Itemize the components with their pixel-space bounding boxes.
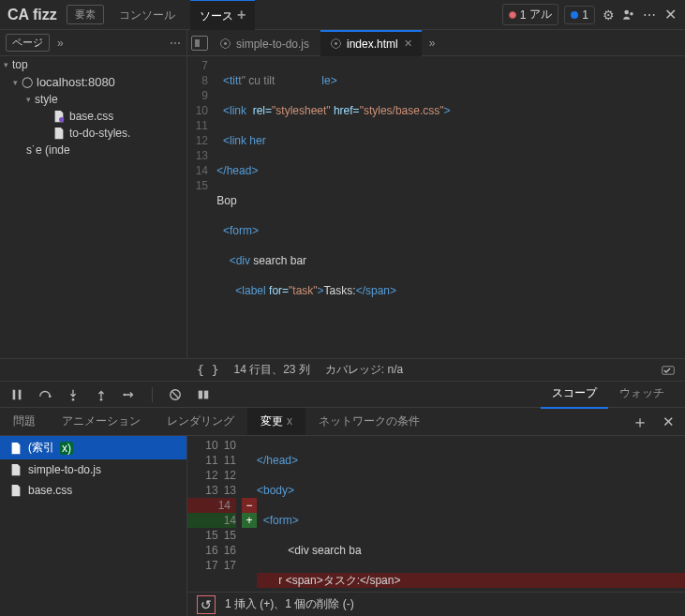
changed-file-css[interactable]: base.css xyxy=(0,480,186,501)
step-into-icon[interactable] xyxy=(66,387,81,402)
svg-point-8 xyxy=(100,398,103,400)
middle-pane: ▾top ▾◯ localhost:8080 ▾style base.css t… xyxy=(0,56,685,359)
changed-files-list: (索引x) simple-to-do.js base.css xyxy=(0,436,187,616)
close-drawer-tab-icon[interactable]: x xyxy=(287,414,292,428)
brand: CA fizz xyxy=(7,7,57,23)
page-tab[interactable]: ページ xyxy=(6,34,50,52)
tabs-overflow-icon[interactable]: » xyxy=(429,37,436,50)
tree-style-folder[interactable]: ▾style xyxy=(0,91,186,108)
svg-rect-11 xyxy=(199,390,202,398)
source-editor[interactable]: 789101112131415 <titt" cu tilt le> <link… xyxy=(187,56,685,358)
file-icon xyxy=(9,484,22,497)
tree-collapsed[interactable]: s˙e (inde xyxy=(0,142,186,158)
css-file-icon xyxy=(52,110,66,123)
watch-tab[interactable]: ウォッチ xyxy=(608,380,676,409)
changes-summary: 1 挿入 (+)、1 個の削除 (-) xyxy=(225,596,354,612)
svg-point-1 xyxy=(630,12,633,16)
top-tabbar: CA fizz 要素 コンソール ソース + 1 アル 1 ⚙ ⋯ ✕ xyxy=(0,0,685,30)
tree-file-todostyles[interactable]: to-do-styles. xyxy=(0,125,186,142)
file-tab-1[interactable]: 🞊simple-to-do.js xyxy=(210,30,319,56)
navigator-overflow-icon[interactable]: » xyxy=(57,37,64,50)
css-file-icon xyxy=(52,127,66,140)
coverage-toggle-icon[interactable] xyxy=(661,363,676,378)
more-icon[interactable]: ⋯ xyxy=(642,8,657,23)
drawer-tabs: 問題 アニメーション レンダリング 変更x ネットワークの条件 ＋ ✕ xyxy=(0,408,685,436)
step-out-icon[interactable] xyxy=(94,387,109,402)
changed-file-index[interactable]: (索引x) xyxy=(0,436,186,459)
secondary-bar: ページ » ⋯ 🞊simple-to-do.js 🞊index.html✕ » xyxy=(0,30,685,56)
breakpoints-icon[interactable] xyxy=(168,387,183,402)
toggle-navigator-icon[interactable] xyxy=(191,36,208,51)
changed-file-js[interactable]: simple-to-do.js xyxy=(0,459,186,480)
cursor-position: 14 行目、23 列 xyxy=(233,362,309,378)
changes-panel: (索引x) simple-to-do.js base.css 1010 1111… xyxy=(0,436,685,616)
tab-elements[interactable]: 要素 xyxy=(67,5,104,24)
svg-point-6 xyxy=(49,395,52,398)
revert-icon[interactable]: ↺ xyxy=(197,595,216,614)
diff-added-marker: + xyxy=(242,513,257,528)
format-icon[interactable]: { } xyxy=(197,363,218,377)
drawer-animation[interactable]: アニメーション xyxy=(49,408,154,435)
step-icon[interactable] xyxy=(122,387,137,402)
error-dot-icon xyxy=(509,11,516,19)
settings-icon[interactable]: ⚙ xyxy=(601,8,616,23)
svg-rect-4 xyxy=(13,389,16,399)
close-drawer-icon[interactable]: ✕ xyxy=(661,414,676,429)
step-over-icon[interactable] xyxy=(37,387,52,402)
close-tab-icon[interactable]: ✕ xyxy=(404,38,412,50)
file-tree: ▾top ▾◯ localhost:8080 ▾style base.css t… xyxy=(0,56,187,358)
drawer-network-conditions[interactable]: ネットワークの条件 xyxy=(305,408,433,435)
issues-errors[interactable]: 1 アル xyxy=(502,4,559,25)
editor-statusbar: { } 14 行目、23 列 カバレッジ: n/a xyxy=(0,359,685,382)
svg-point-0 xyxy=(624,9,629,14)
code-body[interactable]: <titt" cu tilt le> <link rel="stylesheet… xyxy=(214,56,685,358)
debugger-toolbar: スコープ ウォッチ xyxy=(0,382,685,408)
pause-icon[interactable] xyxy=(9,387,24,402)
scope-tab[interactable]: スコープ xyxy=(541,380,608,409)
tab-sources[interactable]: ソース + xyxy=(190,0,256,30)
file-icon xyxy=(9,442,22,455)
drawer-rendering[interactable]: レンダリング xyxy=(154,408,247,435)
issues-info[interactable]: 1 xyxy=(564,6,595,24)
tree-file-basecss[interactable]: base.css xyxy=(0,108,186,125)
file-icon xyxy=(9,463,22,476)
svg-point-7 xyxy=(72,398,75,400)
svg-point-2 xyxy=(59,117,64,122)
diff-view: 1010 1111 1212 1313 14 14 1515 1616 1717… xyxy=(187,436,685,616)
diff-code[interactable]: </head> <body> <form> <div search ba r <… xyxy=(257,436,685,592)
tree-host[interactable]: ▾◯ localhost:8080 xyxy=(0,73,186,91)
drawer-changes[interactable]: 変更x xyxy=(247,408,305,435)
drawer-issues[interactable]: 問題 xyxy=(0,408,49,435)
line-gutter: 789101112131415 xyxy=(187,56,214,358)
account-icon[interactable] xyxy=(621,8,636,23)
navigator-head: ページ » ⋯ xyxy=(0,30,187,55)
tree-top[interactable]: ▾top xyxy=(0,56,186,73)
tab-console[interactable]: コンソール xyxy=(110,0,185,29)
close-icon[interactable]: ✕ xyxy=(663,8,678,23)
diff-removed-marker: − xyxy=(242,498,257,513)
navigator-menu-icon[interactable]: ⋯ xyxy=(170,37,181,50)
add-drawer-tab-icon[interactable]: ＋ xyxy=(633,414,648,429)
info-dot-icon xyxy=(571,11,578,19)
coverage-status[interactable]: カバレッジ: n/a xyxy=(325,362,403,378)
js-file-icon: 🞊 xyxy=(219,38,231,51)
changes-statusbar: ↺ 1 挿入 (+)、1 個の削除 (-) xyxy=(187,592,685,616)
svg-rect-12 xyxy=(204,390,208,398)
html-file-icon: 🞊 xyxy=(330,38,341,51)
svg-point-9 xyxy=(123,393,126,396)
pause-exceptions-icon[interactable] xyxy=(196,387,211,402)
svg-rect-5 xyxy=(19,389,22,399)
editor-tabs: 🞊simple-to-do.js 🞊index.html✕ » xyxy=(187,30,685,55)
diff-markers: − + xyxy=(242,436,257,592)
file-tab-2[interactable]: 🞊index.html✕ xyxy=(320,30,422,56)
diff-gutter: 1010 1111 1212 1313 14 14 1515 1616 1717 xyxy=(187,436,242,592)
